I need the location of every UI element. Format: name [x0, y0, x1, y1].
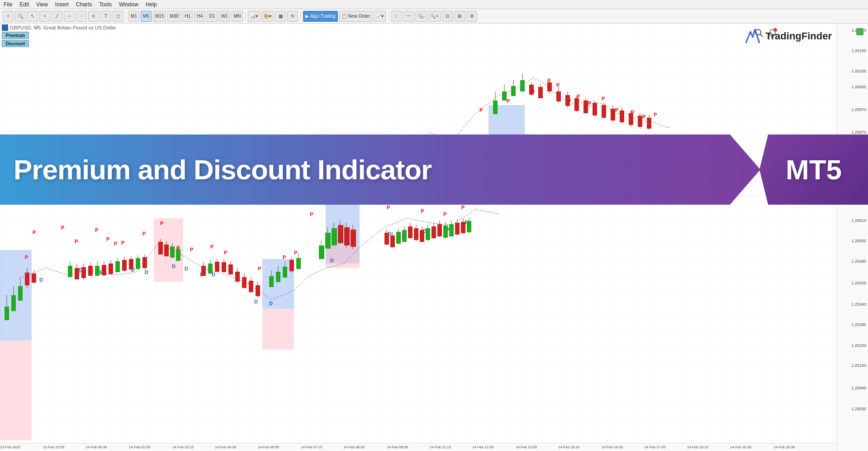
svg-rect-82	[574, 98, 579, 111]
properties[interactable]: ⚙	[466, 11, 477, 22]
time-label-12: 14 Feb 13:55	[516, 445, 537, 449]
status-indicator	[856, 28, 863, 35]
tf-w1[interactable]: W1	[219, 11, 230, 22]
toolbar-hline[interactable]: ─	[64, 11, 75, 22]
svg-rect-92	[620, 110, 624, 122]
toolbar-zoom-in[interactable]: 🔍	[15, 11, 26, 22]
svg-rect-144	[208, 264, 213, 273]
svg-rect-160	[269, 276, 274, 287]
svg-rect-74	[538, 87, 543, 98]
time-label-5: 14 Feb 04:35	[215, 445, 236, 449]
toolbar: + 🔍 ↖ + ╱ ─ ⋯ ≡ T ◻ M1 M5 M15 M30 H1 H4 …	[0, 9, 868, 24]
svg-rect-192	[414, 228, 418, 240]
svg-rect-84	[583, 101, 588, 113]
chart-icon	[2, 24, 8, 31]
scale-fix2[interactable]: ⊞	[454, 11, 465, 22]
chart-header-info: GBPUSD, M5: Great Britain Pound vs US Do…	[2, 24, 116, 31]
svg-text:P: P	[61, 225, 64, 230]
menu-view[interactable]: View	[36, 1, 48, 8]
svg-rect-116	[88, 266, 93, 276]
svg-text:P: P	[258, 266, 261, 271]
tf-m5[interactable]: M5	[141, 11, 152, 22]
svg-rect-194	[420, 230, 424, 242]
svg-rect-130	[136, 258, 140, 269]
svg-text:P: P	[294, 250, 297, 255]
svg-text:P: P	[25, 254, 28, 260]
svg-rect-122	[109, 264, 113, 274]
toolbar-text[interactable]: T	[100, 11, 111, 22]
toolbar-line[interactable]: ╱	[52, 11, 62, 22]
svg-text:P: P	[461, 205, 465, 210]
svg-rect-180	[351, 230, 356, 247]
tf-d1[interactable]: D1	[207, 11, 218, 22]
tf-m15[interactable]: M15	[153, 11, 166, 22]
svg-rect-208	[461, 222, 465, 233]
menu-help[interactable]: Help	[146, 1, 157, 8]
svg-text:P: P	[602, 96, 605, 101]
tf-mn[interactable]: MN	[232, 11, 243, 22]
toolbar-new-chart[interactable]: +	[3, 11, 14, 22]
time-label-16: 14 Feb 19:15	[687, 445, 708, 449]
color-scheme[interactable]: 🎨▾	[261, 11, 274, 22]
menu-insert[interactable]: Insert	[55, 1, 69, 8]
tf-m30[interactable]: M30	[167, 11, 180, 22]
svg-text:P: P	[95, 227, 98, 233]
search-icon[interactable]	[754, 28, 764, 38]
toolbar-shapes[interactable]: ◻	[113, 11, 123, 22]
new-order-btn[interactable]: 📋 New Order	[339, 11, 372, 22]
svg-point-4	[773, 28, 777, 32]
auto-scroll[interactable]: ↻	[287, 11, 298, 22]
notification-icon[interactable]	[768, 28, 778, 38]
toolbar-crosshair[interactable]: +	[39, 11, 50, 22]
menu-edit[interactable]: Edit	[19, 1, 29, 8]
tf-m1[interactable]: M1	[128, 11, 139, 22]
indicators-btn[interactable]: ↕	[391, 11, 402, 22]
toolbar-channel[interactable]: ⋯	[76, 11, 87, 22]
svg-text:P: P	[443, 211, 446, 217]
svg-text:P: P	[160, 221, 163, 226]
time-label-2: 14 Feb 00:35	[85, 445, 107, 449]
svg-rect-148	[222, 262, 226, 272]
oscillators[interactable]: 〰	[403, 11, 414, 22]
tf-h4[interactable]: H4	[194, 11, 205, 22]
fix-scale[interactable]: ⊡	[442, 11, 453, 22]
time-label-17: 14 Feb 20:35	[730, 445, 751, 449]
toolbar-cursor[interactable]: ↖	[27, 11, 38, 22]
tf-h1[interactable]: H1	[182, 11, 193, 22]
zoom-out-btn[interactable]: 🔍-	[415, 11, 427, 22]
svg-rect-108	[32, 273, 36, 283]
menu-charts[interactable]: Charts	[76, 1, 92, 8]
svg-rect-196	[426, 228, 430, 240]
menu-file[interactable]: File	[4, 1, 12, 8]
svg-rect-70	[520, 80, 525, 91]
svg-rect-120	[102, 265, 106, 275]
chart-svg: P P P P P P P P P P P P P D D D D P P P …	[0, 24, 836, 449]
top-right-icons	[754, 28, 778, 38]
svg-text:P: P	[387, 205, 390, 210]
svg-rect-188	[402, 230, 407, 242]
grid-toggle[interactable]: ▦	[275, 11, 286, 22]
svg-text:P: P	[33, 230, 36, 235]
svg-rect-138	[170, 246, 175, 258]
algo-trading-btn[interactable]: ▶ Algo Trading	[303, 11, 337, 22]
toolbar-fib[interactable]: ≡	[88, 11, 99, 22]
strategy-tester[interactable]: 📈▾	[374, 11, 386, 22]
svg-rect-204	[449, 224, 454, 236]
divider-4	[388, 12, 389, 21]
svg-text:P: P	[210, 244, 213, 249]
svg-rect-140	[176, 249, 180, 261]
chart-type-selector[interactable]: 📊▾	[248, 11, 260, 22]
price-1.25220: 1.25220	[851, 343, 866, 348]
menu-tools[interactable]: Tools	[99, 1, 112, 8]
svg-rect-102	[11, 295, 16, 311]
menu-window[interactable]: Window	[119, 1, 138, 8]
time-label-14: 14 Feb 16:35	[602, 445, 623, 449]
zone-pink-lower-1	[0, 341, 32, 440]
price-1.25280: 1.25280	[851, 322, 866, 327]
svg-text:P: P	[642, 114, 645, 120]
legend-premium-box: Premium	[2, 32, 29, 39]
svg-text:P: P	[556, 82, 560, 88]
svg-rect-186	[396, 232, 401, 244]
zoom-in-btn[interactable]: 🔍+	[428, 11, 441, 22]
svg-rect-114	[81, 267, 86, 278]
